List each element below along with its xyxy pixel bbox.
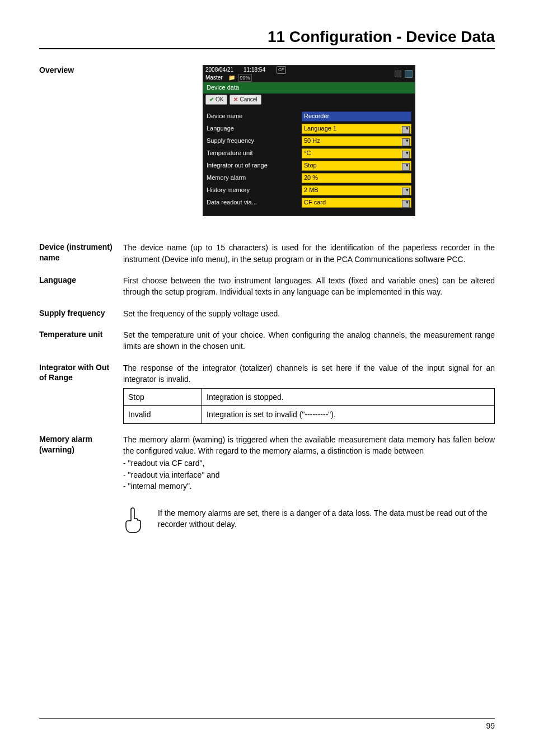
row-label-history: History memory [207,186,302,195]
bullet-cf-card: - "readout via CF card", [123,458,495,469]
section-label-integrator: Integrator with Out of Range [39,362,123,384]
shot-title: Device data [203,82,415,94]
shot-date: 2008/04/21 [205,67,233,73]
page-number: 99 [39,718,495,730]
row-label-readout: Data readout via... [207,198,302,207]
folder-icon: 📁 [228,74,235,81]
section-label-supply-frequency: Supply frequency [39,308,123,319]
section-text-device-name: The device name (up to 15 characters) is… [123,242,495,265]
cancel-button: ✕Cancel [229,95,261,105]
section-label-temperature-unit: Temperature unit [39,329,123,340]
row-label-device-name: Device name [207,112,302,121]
table-cell-stop-desc: Integration is stopped. [202,389,495,406]
section-text-temperature-unit: Set the temperature unit of your choice.… [123,329,495,352]
row-label-supply-freq: Supply frequency [207,137,302,146]
screenshot-header: 2008/04/21 11:18:54 CF Master 📁 99% [203,66,415,82]
shot-pct: 99% [238,74,252,82]
bell-icon [395,71,401,77]
table-row: Stop Integration is stopped. [124,389,495,406]
pointing-hand-icon [123,507,142,533]
section-text-language: First choose between the two instrument … [123,275,495,298]
mini-icon [405,70,413,78]
section-text-supply-frequency: Set the frequency of the supply voltage … [123,308,495,319]
shot-time: 11:18:54 [243,67,265,73]
section-label-language: Language [39,275,123,286]
cancel-label: Cancel [240,96,257,104]
row-label-integrator: Integrator out of range [207,161,302,170]
integrator-rest: he response of the integrator (totalizer… [123,363,495,384]
ok-label: OK [216,96,223,104]
row-label-language: Language [207,124,302,133]
note-text: If the memory alarms are set, there is a… [158,507,495,530]
section-label-device-name: Device (instrument) name [39,242,123,263]
table-cell-invalid-desc: Integration is set to invalid ("--------… [202,406,495,423]
section-label-memory-alarm: Memory alarm (warning) [39,434,123,455]
table-cell-stop: Stop [124,389,202,406]
table-cell-invalid: Invalid [124,406,202,423]
row-label-memory-alarm: Memory alarm [207,174,302,183]
field-supply-freq: 50 Hz [302,136,411,146]
bullet-internal: - "internal memory". [123,480,495,492]
field-integrator: Stop [302,161,411,171]
row-label-temp-unit: Temperature unit [207,149,302,158]
bold-t: T [123,363,128,372]
table-row: Invalid Integration is set to invalid ("… [124,406,495,423]
field-readout: CF card [302,198,411,208]
chapter-title: 11 Configuration - Device Data [39,28,495,49]
integrator-table: Stop Integration is stopped. Invalid Int… [123,388,495,424]
cf-icon: CF [277,66,286,74]
device-screenshot: 2008/04/21 11:18:54 CF Master 📁 99% [203,65,415,216]
field-device-name: Recorder [302,111,411,122]
section-text-memory-alarm: The memory alarm (warning) is triggered … [123,434,495,457]
field-memory-alarm: 20 % [302,173,411,183]
shot-master: Master [205,74,223,81]
overview-label: Overview [39,65,123,76]
field-temp-unit: °C [302,148,411,158]
field-history: 2 MB [302,185,411,195]
bullet-interface: - "readout via interface" and [123,469,495,480]
field-language: Language 1 [302,124,411,134]
section-text-integrator: The response of the integrator (totalize… [123,363,495,384]
ok-button: ✔OK [205,95,227,105]
